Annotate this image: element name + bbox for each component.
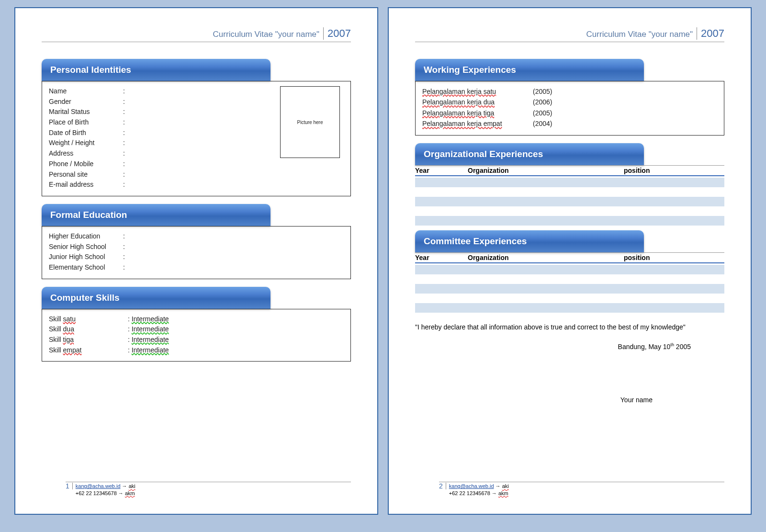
exp-year: (2005)	[533, 86, 552, 97]
header-year: 2007	[323, 27, 351, 40]
declaration-text: "I hereby declare that all information a…	[415, 322, 724, 332]
exp-year: (2006)	[533, 97, 552, 107]
field-label: Name	[49, 86, 123, 97]
field-label: Phone / Mobile	[49, 159, 123, 170]
table-row: Pelangalaman kerja empat(2004)	[422, 118, 717, 129]
footer-phone: +62 22 12345678	[449, 490, 490, 496]
col-org: Organization	[468, 254, 624, 261]
field-label: Higher Education	[49, 231, 123, 242]
footer-contact: kang@acha.web.id → aki +62 22 12345678 →…	[449, 483, 509, 497]
field-label: Marital Status	[49, 107, 123, 117]
section-body-education: Higher Education: Senior High School: Ju…	[42, 226, 351, 279]
striped-rows	[415, 265, 724, 313]
section-heading-committee: Committee Experiences	[415, 230, 644, 252]
section-heading-skills: Computer Skills	[42, 287, 270, 309]
skill-name: Skill dua	[49, 324, 128, 335]
skill-name: Skill tiga	[49, 335, 128, 345]
table-row: Personal site:	[49, 170, 344, 180]
footer-phone: +62 22 12345678	[76, 490, 117, 496]
table-row: Phone / Mobile:	[49, 159, 344, 170]
field-label: Junior High School	[49, 252, 123, 262]
skill-name: Skill empat	[49, 345, 128, 356]
header-title: Curriculum Vitae "your name"	[213, 30, 319, 39]
page-number: 2	[439, 483, 446, 489]
sign-name: Your name	[415, 395, 653, 405]
section-heading-org: Organizational Experiences	[415, 143, 644, 165]
footer-email: kang@acha.web.id	[449, 483, 494, 489]
field-label: Date of Birth	[49, 128, 123, 138]
field-label: Place of Birth	[49, 117, 123, 128]
section-heading-education: Formal Education	[42, 204, 270, 226]
exp-text: Pelangalaman kerja satu	[422, 86, 525, 97]
skill-level: : Intermediate	[128, 324, 169, 335]
section-heading-working: Working Experiences	[415, 59, 644, 81]
footer: 2 kang@acha.web.id → aki +62 22 12345678…	[439, 482, 724, 497]
field-label: Address	[49, 148, 123, 159]
col-year: Year	[415, 167, 468, 174]
footer-contact: kang@acha.web.id → aki +62 22 12345678 →…	[76, 483, 135, 497]
table-header: Year Organization position	[415, 165, 724, 176]
field-label: E-mail address	[49, 180, 123, 190]
header: Curriculum Vitae "your name" 2007	[42, 27, 351, 42]
section-body-personal: Picture here Name: Gender: Marital Statu…	[42, 81, 351, 196]
exp-text: Pelangalaman kerja tiga	[422, 108, 525, 118]
section-body-committee: Year Organization position	[415, 252, 724, 313]
table-row: Pelangalaman kerja dua(2006)	[422, 97, 717, 107]
section-heading-personal: Personal Identities	[42, 59, 270, 81]
exp-year: (2005)	[533, 108, 552, 118]
section-body-skills: Skill satu: Intermediate Skill dua: Inte…	[42, 309, 351, 362]
page-2: Curriculum Vitae "your name" 2007 Workin…	[388, 7, 752, 515]
col-year: Year	[415, 254, 468, 261]
exp-text: Pelangalaman kerja dua	[422, 97, 525, 107]
picture-placeholder: Picture here	[280, 86, 340, 158]
table-row: Skill dua: Intermediate	[49, 324, 344, 335]
table-row: Skill empat: Intermediate	[49, 345, 344, 356]
page-number: 1	[66, 483, 73, 489]
col-position: position	[624, 254, 724, 261]
section-body-org: Year Organization position	[415, 165, 724, 226]
table-row: Elementary School:	[49, 262, 344, 273]
skill-level: : Intermediate	[128, 345, 169, 356]
section-body-working: Pelangalaman kerja satu(2005) Pelangalam…	[415, 81, 724, 136]
footer-email: kang@acha.web.id	[76, 483, 121, 489]
footer: 1 kang@acha.web.id → aki +62 22 12345678…	[66, 482, 351, 497]
table-row: Junior High School:	[49, 252, 344, 262]
skill-level: : Intermediate	[128, 314, 169, 325]
table-row: E-mail address:	[49, 180, 344, 190]
col-org: Organization	[468, 167, 624, 174]
field-label: Weight / Height	[49, 138, 123, 148]
header-year: 2007	[697, 27, 724, 40]
sign-location-date: Bandung, May 10th 2005	[415, 342, 691, 352]
table-row: Senior High School:	[49, 242, 344, 252]
table-row: Skill tiga: Intermediate	[49, 335, 344, 345]
skill-name: Skill satu	[49, 314, 128, 325]
field-label: Personal site	[49, 170, 123, 180]
exp-year: (2004)	[533, 118, 552, 129]
skill-level: : Intermediate	[128, 335, 169, 345]
field-label: Senior High School	[49, 242, 123, 252]
table-row: Pelangalaman kerja tiga(2005)	[422, 108, 717, 118]
exp-text: Pelangalaman kerja empat	[422, 118, 525, 129]
table-row: Pelangalaman kerja satu(2005)	[422, 86, 717, 97]
table-header: Year Organization position	[415, 252, 724, 263]
table-row: Skill satu: Intermediate	[49, 314, 344, 325]
header: Curriculum Vitae "your name" 2007	[415, 27, 724, 42]
col-position: position	[624, 167, 724, 174]
striped-rows	[415, 178, 724, 226]
field-label: Elementary School	[49, 262, 123, 273]
field-label: Gender	[49, 97, 123, 107]
page-1: Curriculum Vitae "your name" 2007 Person…	[14, 7, 378, 515]
header-title: Curriculum Vitae "your name"	[586, 30, 693, 39]
table-row: Higher Education:	[49, 231, 344, 242]
